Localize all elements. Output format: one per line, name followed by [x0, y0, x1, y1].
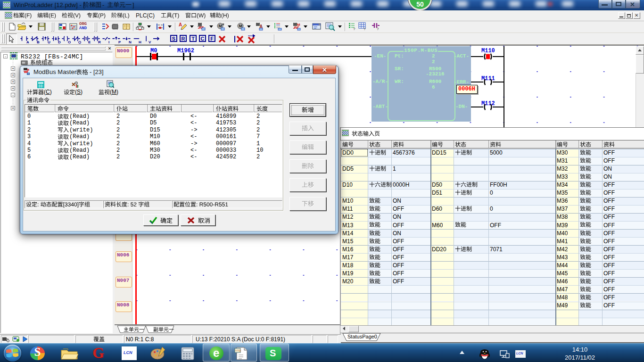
svg-text:R: R	[95, 37, 97, 41]
svg-text:R: R	[98, 40, 101, 44]
svg-text:I: I	[108, 40, 109, 44]
svg-text:S: S	[85, 37, 87, 41]
svg-text:A: A	[179, 22, 182, 27]
svg-text:U: U	[48, 40, 50, 44]
svg-text:?: ?	[353, 27, 355, 31]
svg-text:B: B	[37, 40, 40, 44]
svg-text:?: ?	[363, 27, 366, 31]
svg-text:M: M	[297, 23, 300, 27]
svg-text:YTD: YTD	[235, 349, 241, 352]
svg-text:P: P	[118, 40, 121, 44]
svg-text:?: ?	[377, 27, 379, 31]
svg-text:A: A	[26, 40, 29, 44]
svg-text:O: O	[68, 40, 71, 44]
svg-text:M: M	[27, 68, 29, 71]
